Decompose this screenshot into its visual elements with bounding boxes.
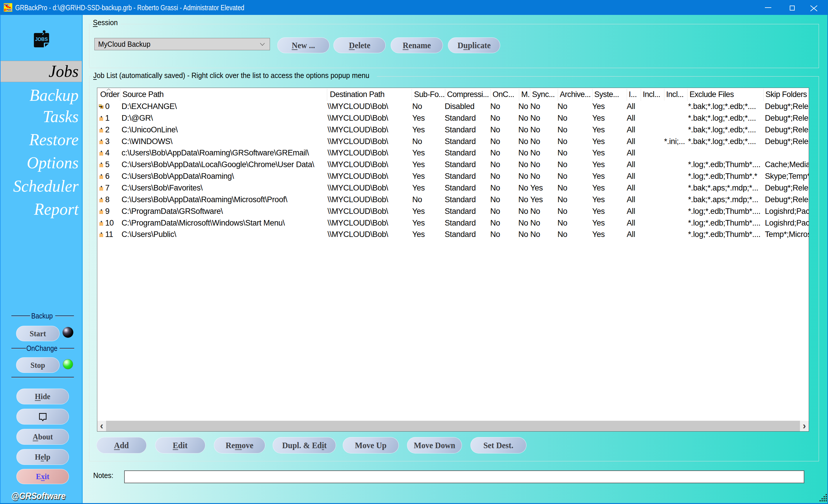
svg-text:P: P [4, 8, 6, 12]
svg-text:JOBS: JOBS [35, 37, 48, 42]
